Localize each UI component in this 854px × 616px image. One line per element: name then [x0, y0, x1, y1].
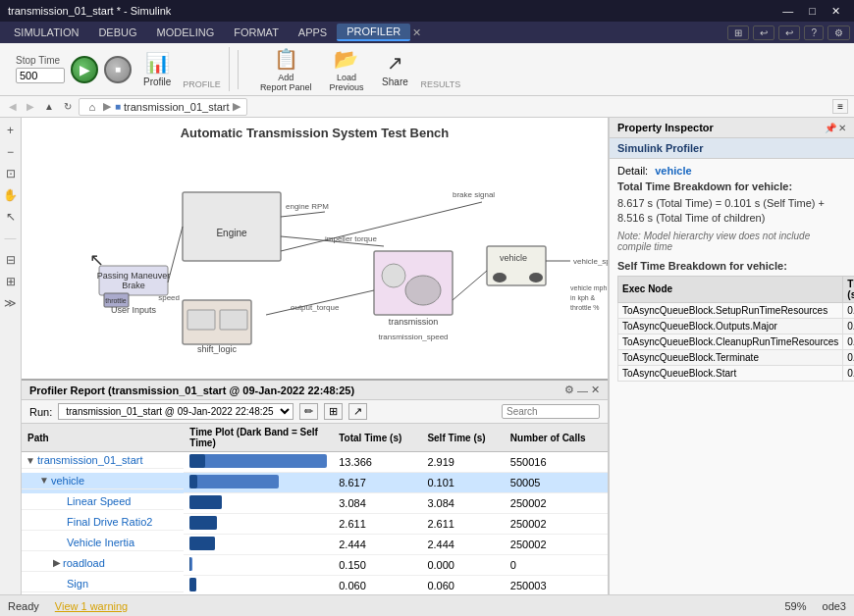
status-warning[interactable]: View 1 warning	[55, 600, 128, 612]
stop-button[interactable]: ■	[104, 56, 132, 83]
profiler-settings-btn[interactable]: ⚙	[564, 384, 574, 396]
sidebar-zoom-in[interactable]: +	[2, 122, 20, 139]
expand-btn[interactable]: ▼	[39, 475, 49, 486]
speed-label: speed	[158, 293, 180, 302]
profiler-panel: Profiler Report (transmission_01_start @…	[22, 379, 608, 594]
bar-cell	[184, 555, 333, 576]
svg-text:throttle: throttle	[105, 297, 127, 304]
svg-text:Brake: Brake	[122, 281, 145, 290]
panel-close-btn[interactable]: ✕	[838, 123, 846, 133]
profiler-tab-close[interactable]: ✕	[412, 26, 421, 39]
minimize-button[interactable]: —	[776, 5, 799, 18]
conn-engine-rpm	[281, 212, 325, 217]
simulink-icon: ■	[115, 101, 121, 112]
breadcrumb-path-text: transmission_01_start	[124, 101, 230, 113]
expand-btn[interactable]: ▼	[26, 455, 35, 466]
self-time-cell: 2.444	[421, 535, 504, 555]
sidebar-align[interactable]: ⊟	[2, 251, 20, 269]
settings-button[interactable]: ⚙	[827, 26, 850, 40]
profiler-minimize-btn[interactable]: —	[577, 384, 588, 396]
menu-apps[interactable]: APPS	[289, 25, 337, 40]
path-label[interactable]: roadload	[63, 557, 105, 569]
total-time-cell: 13.366	[333, 452, 421, 473]
path-cell: Final Drive Ratio2	[22, 514, 184, 531]
sidebar-pan[interactable]: ✋	[2, 186, 20, 204]
run-button[interactable]: ▶	[71, 56, 98, 83]
profiler-close-btn[interactable]: ✕	[591, 384, 600, 396]
share-button[interactable]: ↗ Share	[375, 47, 414, 91]
wheel-front	[493, 273, 507, 282]
load-previous-button[interactable]: 📂 LoadPrevious	[323, 43, 369, 96]
path-label[interactable]: Final Drive Ratio2	[67, 516, 152, 528]
exec-node-cell: ToAsyncQueueBlock.Start	[618, 365, 843, 381]
search-input[interactable]	[502, 404, 600, 419]
edit-run-btn[interactable]: ✏	[299, 403, 318, 420]
conn-trans-speed	[453, 271, 487, 300]
table-row[interactable]: ▼ vehicle 8.617 0.101 50005	[22, 473, 608, 493]
col-self-time: Self Time (s)	[421, 424, 504, 452]
engine-block[interactable]	[183, 192, 281, 261]
add-report-panel-button[interactable]: 📋 AddReport Panel	[254, 43, 318, 96]
path-label[interactable]: vehicle	[51, 475, 84, 487]
sidebar-zoom-out[interactable]: −	[2, 143, 20, 161]
calls-cell: 250003	[505, 576, 608, 595]
undo-button[interactable]: ↩	[753, 26, 774, 40]
table-row[interactable]: Final Drive Ratio2 2.611 2.611 250002	[22, 514, 608, 535]
results-section-label: RESULTS	[420, 79, 460, 89]
run-select[interactable]: transmission_01_start @ 09-Jan-2022 22:4…	[58, 403, 294, 420]
help-button[interactable]: ?	[804, 26, 824, 40]
path-label[interactable]: Sign	[67, 578, 88, 590]
list-item: ToAsyncQueueBlock.Terminate 0.000 1	[618, 349, 855, 365]
collapse-button[interactable]: ≡	[832, 99, 848, 114]
bar-cell	[184, 535, 333, 555]
sidebar-grid[interactable]: ⊞	[2, 273, 20, 290]
table-row[interactable]: ▶ roadload 0.150 0.000 0	[22, 555, 608, 576]
time-cell: 0.062	[843, 302, 854, 318]
user-inputs-label: User Inputs	[110, 305, 156, 315]
back-button[interactable]: ◀	[6, 100, 20, 113]
diagram-title: Automatic Transmission System Test Bench	[22, 118, 608, 148]
maximize-button[interactable]: □	[803, 5, 822, 18]
path-label[interactable]: Vehicle Inertia	[67, 537, 134, 548]
svg-text:Passing Maneuver: Passing Maneuver	[96, 271, 170, 281]
menu-format[interactable]: FORMAT	[224, 25, 289, 40]
profile-button[interactable]: 📊 Profile	[137, 47, 177, 91]
table-row[interactable]: Sign 0.060 0.060 250003	[22, 576, 608, 595]
path-label[interactable]: transmission_01_start	[37, 454, 143, 466]
up-button[interactable]: ▲	[41, 100, 57, 113]
stop-time-label: Stop Time	[16, 55, 60, 66]
conn-1	[168, 227, 183, 282]
sidebar-select[interactable]: ↖	[2, 208, 20, 226]
close-button[interactable]: ✕	[826, 5, 846, 18]
menu-debug[interactable]: DEBUG	[88, 25, 146, 40]
list-item: ToAsyncQueueBlock.CleanupRunTimeResource…	[618, 334, 855, 349]
profiler-panel-header: Profiler Report (transmission_01_start @…	[22, 381, 608, 400]
compare-btn[interactable]: ⊞	[324, 403, 343, 420]
breadcrumb: ⌂ ▶ ■ transmission_01_start ▶	[79, 98, 247, 116]
path-label[interactable]: Linear Speed	[67, 495, 131, 507]
menu-simulation[interactable]: SIMULATION	[4, 25, 88, 40]
total-time-cell: 3.084	[333, 493, 421, 514]
window-title: transmission_01_start * - Simulink	[8, 5, 171, 17]
menu-profiler-tab[interactable]: PROFILER	[337, 24, 410, 41]
table-row[interactable]: Linear Speed 3.084 3.084 250002	[22, 493, 608, 514]
stop-time-input[interactable]	[16, 68, 65, 83]
panel-pin-btn[interactable]: 📌	[825, 123, 836, 133]
forward-button[interactable]: ▶	[24, 100, 37, 113]
output-torque-label: output_torque	[291, 303, 340, 312]
profiler-data-table: Path Time Plot (Dark Band = Self Time) T…	[22, 424, 608, 594]
refresh-button[interactable]: ↻	[61, 100, 75, 113]
sidebar-fit[interactable]: ⊡	[2, 165, 20, 182]
table-row[interactable]: Vehicle Inertia 2.444 2.444 250002	[22, 535, 608, 555]
export-btn[interactable]: ↗	[348, 403, 367, 420]
sidebar-more[interactable]: ≫	[2, 294, 20, 312]
calls-cell: 250002	[505, 514, 608, 535]
redo-button[interactable]: ↩	[778, 26, 800, 40]
calls-cell: 550016	[505, 452, 608, 473]
expand-btn[interactable]: ▶	[53, 557, 61, 568]
menu-modeling[interactable]: MODELING	[147, 25, 225, 40]
menu-icon-btn-1[interactable]: ⊞	[727, 26, 749, 40]
stop-time-group: Stop Time	[16, 55, 65, 83]
load-previous-icon: 📂	[334, 47, 358, 71]
table-row[interactable]: ▼ transmission_01_start 13.366 2.919 550…	[22, 452, 608, 473]
